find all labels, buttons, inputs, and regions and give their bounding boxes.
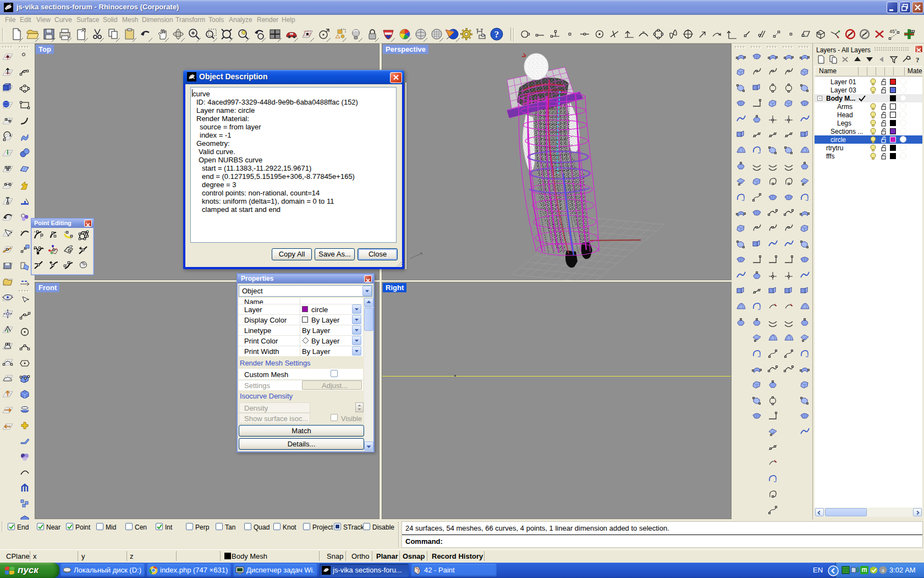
svg-text:?: ? — [916, 56, 920, 64]
svg-text:a: a — [882, 567, 884, 573]
svg-text:?: ? — [494, 29, 499, 40]
svg-text:45°: 45° — [889, 29, 897, 34]
